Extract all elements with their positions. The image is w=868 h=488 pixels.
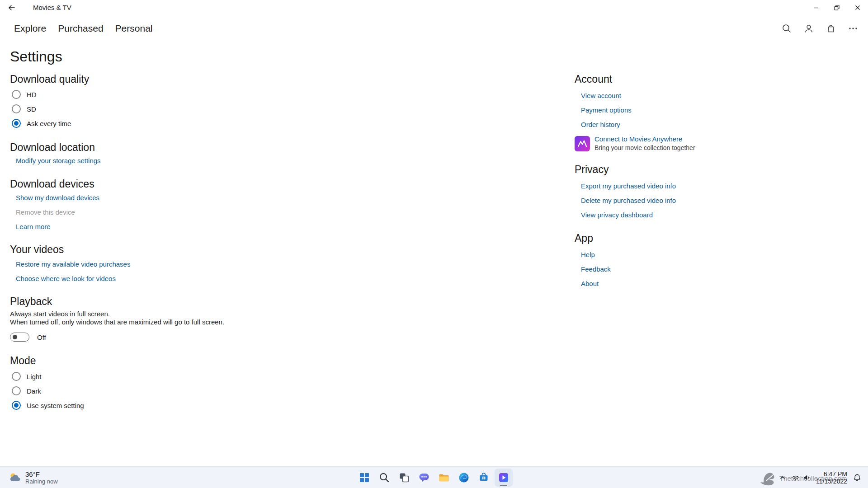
movies-anywhere-row[interactable]: Connect to Movies Anywhere Bring your mo… bbox=[575, 136, 855, 151]
minimize-button[interactable] bbox=[806, 0, 826, 15]
shopping-bag-icon bbox=[826, 23, 836, 34]
store-icon bbox=[478, 472, 490, 483]
start-button[interactable] bbox=[355, 469, 373, 487]
more-button[interactable] bbox=[845, 20, 861, 37]
link-restore-purchases[interactable]: Restore my available video purchases bbox=[16, 260, 130, 268]
link-about[interactable]: About bbox=[581, 280, 599, 288]
link-row: Payment options bbox=[581, 106, 855, 114]
system-tray: 6:47 PM 11/15/2022 bbox=[779, 467, 868, 488]
radio-label-system: Use system setting bbox=[27, 402, 84, 409]
notifications-button[interactable] bbox=[853, 473, 862, 482]
link-row: Learn more bbox=[16, 223, 452, 231]
link-row: Remove this device bbox=[16, 208, 452, 216]
edge-button[interactable] bbox=[455, 469, 473, 487]
link-delete-purchased-video-info[interactable]: Delete my purchased video info bbox=[581, 197, 676, 205]
app-navigation: Explore Purchased Personal bbox=[0, 15, 868, 42]
link-row: Delete my purchased video info bbox=[581, 197, 855, 205]
remove-device-disabled-link: Remove this device bbox=[16, 208, 75, 216]
search-icon bbox=[781, 23, 792, 34]
section-download-quality: Download quality bbox=[10, 73, 452, 86]
maximize-restore-button[interactable] bbox=[826, 0, 847, 15]
link-row: Feedback bbox=[581, 265, 855, 273]
chevron-up-icon bbox=[779, 474, 786, 481]
account-button[interactable] bbox=[801, 20, 817, 37]
desktop: Movies & TV Explore Purchased Personal bbox=[0, 0, 868, 488]
chat-button[interactable] bbox=[415, 469, 433, 487]
movies-anywhere-subtitle: Bring your movie collection together bbox=[594, 144, 695, 151]
movies-anywhere-text: Connect to Movies Anywhere Bring your mo… bbox=[594, 135, 695, 151]
radio-unselected-icon bbox=[12, 90, 21, 99]
tab-personal[interactable]: Personal bbox=[115, 23, 153, 34]
link-choose-video-folders[interactable]: Choose where we look for videos bbox=[16, 275, 116, 283]
radio-label-ask: Ask every time bbox=[27, 120, 71, 127]
link-export-purchased-video-info[interactable]: Export my purchased video info bbox=[581, 182, 676, 190]
close-button[interactable] bbox=[847, 0, 868, 15]
link-row: Restore my available video purchases bbox=[16, 260, 452, 268]
tab-explore[interactable]: Explore bbox=[14, 23, 46, 34]
radio-option-ask-every-time[interactable]: Ask every time bbox=[10, 116, 452, 131]
close-icon bbox=[853, 3, 863, 13]
link-feedback[interactable]: Feedback bbox=[581, 265, 611, 273]
window-controls bbox=[806, 0, 868, 15]
playback-description-line2: When turned off, only windows that are m… bbox=[10, 318, 452, 326]
title-bar: Movies & TV bbox=[0, 0, 868, 15]
link-row: Show my download devices bbox=[16, 194, 452, 202]
page-title: Settings bbox=[10, 47, 452, 66]
link-row: View account bbox=[581, 92, 855, 100]
weather-widget[interactable]: 36°F Raining now bbox=[4, 467, 62, 488]
link-row: Help bbox=[581, 251, 855, 259]
nav-tabs: Explore Purchased Personal bbox=[14, 23, 153, 34]
task-view-icon bbox=[398, 472, 410, 483]
weather-text: 36°F Raining now bbox=[25, 470, 58, 485]
taskbar-search-button[interactable] bbox=[375, 469, 393, 487]
folder-icon bbox=[438, 472, 450, 483]
link-payment-options[interactable]: Payment options bbox=[581, 106, 632, 114]
quick-settings-button[interactable] bbox=[792, 474, 811, 482]
movies-tv-taskbar-button[interactable] bbox=[495, 469, 513, 487]
ellipsis-icon bbox=[848, 23, 859, 34]
link-view-account[interactable]: View account bbox=[581, 92, 621, 100]
settings-page: Settings Download quality HD SD Ask ever… bbox=[0, 42, 868, 466]
link-row: About bbox=[581, 280, 855, 288]
store-button[interactable] bbox=[475, 469, 493, 487]
file-explorer-button[interactable] bbox=[435, 469, 453, 487]
link-connect-movies-anywhere[interactable]: Connect to Movies Anywhere bbox=[594, 135, 695, 143]
radio-selected-icon bbox=[12, 119, 21, 128]
radio-label-hd: HD bbox=[27, 91, 37, 99]
shop-button[interactable] bbox=[823, 20, 839, 37]
radio-option-use-system-setting[interactable]: Use system setting bbox=[10, 398, 452, 413]
toggle-knob bbox=[13, 335, 17, 339]
tray-time: 6:47 PM bbox=[824, 470, 847, 478]
section-playback: Playback bbox=[10, 295, 452, 308]
link-learn-more[interactable]: Learn more bbox=[16, 223, 51, 231]
link-order-history[interactable]: Order history bbox=[581, 121, 620, 129]
radio-unselected-icon bbox=[12, 386, 21, 395]
radio-option-dark[interactable]: Dark bbox=[10, 384, 452, 398]
back-button[interactable] bbox=[0, 0, 23, 15]
link-row: Order history bbox=[581, 121, 855, 129]
clock[interactable]: 6:47 PM 11/15/2022 bbox=[816, 470, 847, 485]
window-title: Movies & TV bbox=[33, 4, 71, 11]
link-show-download-devices[interactable]: Show my download devices bbox=[16, 194, 99, 202]
section-account: Account bbox=[575, 73, 855, 86]
radio-option-hd[interactable]: HD bbox=[10, 87, 452, 102]
fullscreen-toggle[interactable] bbox=[10, 333, 29, 342]
radio-option-light[interactable]: Light bbox=[10, 369, 452, 384]
hidden-icons-button[interactable] bbox=[779, 474, 786, 481]
movies-anywhere-icon bbox=[575, 136, 590, 151]
section-privacy: Privacy bbox=[575, 163, 855, 176]
link-row: Export my purchased video info bbox=[581, 182, 855, 190]
search-button[interactable] bbox=[778, 20, 795, 37]
radio-label-light: Light bbox=[27, 373, 42, 380]
link-view-privacy-dashboard[interactable]: View privacy dashboard bbox=[581, 211, 653, 219]
task-view-button[interactable] bbox=[395, 469, 413, 487]
toggle-row: Off bbox=[10, 331, 452, 343]
radio-option-sd[interactable]: SD bbox=[10, 102, 452, 116]
wifi-icon bbox=[792, 474, 800, 482]
link-modify-storage-settings[interactable]: Modify your storage settings bbox=[16, 157, 101, 165]
minimize-icon bbox=[811, 3, 821, 13]
tab-purchased[interactable]: Purchased bbox=[58, 23, 103, 34]
radio-label-dark: Dark bbox=[27, 387, 41, 395]
link-help[interactable]: Help bbox=[581, 251, 595, 259]
movies-tv-icon bbox=[498, 472, 509, 483]
